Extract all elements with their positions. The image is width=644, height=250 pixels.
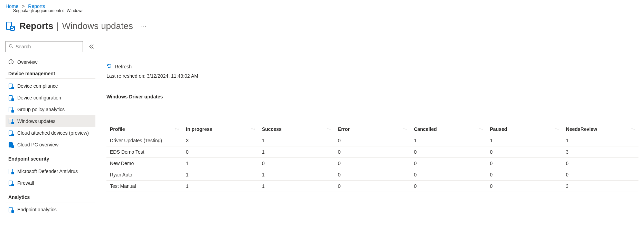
- table-cell-profile: EDS Demo Test: [106, 146, 183, 158]
- search-box[interactable]: [6, 41, 83, 52]
- table-cell-paused: 0: [486, 169, 562, 181]
- table-cell-success: 1: [259, 169, 335, 181]
- collapse-sidebar-button[interactable]: [88, 43, 95, 50]
- column-label: Success: [262, 126, 282, 132]
- table-cell-paused: 0: [486, 158, 562, 169]
- column-header-paused[interactable]: Paused↑↓: [486, 124, 562, 135]
- sort-icon: ↑↓: [327, 126, 331, 131]
- table-cell-cancelled: 1: [410, 135, 486, 146]
- sidebar-item-windows-updates[interactable]: Windows updates: [6, 115, 95, 127]
- sidebar-item-label: Group policy analytics: [17, 107, 65, 112]
- sort-icon: ↑↓: [555, 126, 559, 131]
- table-row[interactable]: Driver Updates (Testing)310111: [106, 135, 638, 146]
- table-cell-success: 1: [259, 135, 335, 146]
- sidebar-item-label: Microsoft Defender Antivirus: [17, 169, 78, 174]
- table-cell-in-progress: 1: [183, 169, 259, 181]
- sidebar-item-device-compliance[interactable]: Device compliance: [6, 80, 95, 92]
- sidebar-item-label: Device configuration: [17, 95, 61, 100]
- table-cell-error: 0: [335, 181, 411, 192]
- column-label: NeedsReview: [566, 126, 597, 132]
- sidebar-item-label: Cloud PC overview: [17, 142, 58, 147]
- table-cell-in-progress: 1: [183, 181, 259, 192]
- sort-icon: ↑↓: [175, 126, 179, 131]
- sidebar-item-label: Overview: [17, 59, 37, 65]
- sort-icon: ↑↓: [479, 126, 483, 131]
- sort-icon: ↑↓: [631, 126, 635, 131]
- table-cell-success: 0: [259, 158, 335, 169]
- table-row[interactable]: Test Manual110003: [106, 181, 638, 192]
- sidebar-item-overview[interactable]: Overview: [6, 56, 95, 68]
- sidebar-item-label: Firewall: [17, 180, 34, 186]
- table-cell-in-progress: 1: [183, 158, 259, 169]
- sidebar-section-device-management: Device management: [6, 68, 95, 79]
- device-icon: [8, 95, 14, 100]
- sidebar-section-endpoint-security: Endpoint security: [6, 151, 95, 164]
- sidebar-item-endpoint-analytics[interactable]: Endpoint analytics: [6, 204, 95, 215]
- table-cell-paused: 0: [486, 146, 562, 158]
- table-row[interactable]: EDS Demo Test010003: [106, 146, 638, 158]
- table-row[interactable]: New Demo100000: [106, 158, 638, 169]
- sort-icon: ↑↓: [251, 126, 255, 131]
- section-heading: Windows Driver updates: [106, 94, 638, 99]
- sidebar: Overview Device management Device compli…: [6, 41, 95, 215]
- table-cell-cancelled: 0: [410, 169, 486, 181]
- refresh-label: Refresh: [115, 64, 132, 69]
- last-refreshed-prefix: Last refreshed on:: [106, 73, 147, 79]
- device-icon: [8, 169, 14, 174]
- table-cell-needs-review: 3: [562, 181, 638, 192]
- column-header-needs-review[interactable]: NeedsReview↑↓: [562, 124, 638, 135]
- table-header-row: Profile↑↓ In progress↑↓ Success↑↓ Error↑…: [106, 124, 638, 135]
- sidebar-item-cloud-attached-devices[interactable]: Cloud attached devices (preview): [6, 127, 95, 139]
- table-row[interactable]: Ryan Auto110000: [106, 169, 638, 181]
- more-actions-button[interactable]: ⋯: [137, 21, 150, 31]
- sidebar-item-label: Device compliance: [17, 83, 58, 89]
- device-icon: [8, 118, 14, 124]
- table-cell-needs-review: 3: [562, 146, 638, 158]
- page-title-row: Reports | Windows updates ⋯: [6, 21, 638, 31]
- reports-device-icon: [6, 21, 15, 31]
- refresh-button[interactable]: Refresh: [106, 63, 638, 70]
- sidebar-item-firewall[interactable]: Firewall: [6, 177, 95, 189]
- column-header-in-progress[interactable]: In progress↑↓: [183, 124, 259, 135]
- driver-updates-table: Profile↑↓ In progress↑↓ Success↑↓ Error↑…: [106, 124, 638, 192]
- table-cell-profile: New Demo: [106, 158, 183, 169]
- breadcrumb-tooltip: Segnala gli aggiornamenti di Windows: [6, 8, 638, 13]
- table-cell-error: 0: [335, 158, 411, 169]
- last-refreshed-value: 3/12/2024, 11:43:02 AM: [147, 73, 198, 79]
- table-cell-in-progress: 0: [183, 146, 259, 158]
- table-cell-error: 0: [335, 135, 411, 146]
- last-refreshed-text: Last refreshed on: 3/12/2024, 11:43:02 A…: [106, 73, 638, 79]
- table-cell-paused: 1: [486, 135, 562, 146]
- info-icon: [8, 59, 14, 66]
- sidebar-item-defender-antivirus[interactable]: Microsoft Defender Antivirus: [6, 165, 95, 177]
- table-cell-needs-review: 0: [562, 158, 638, 169]
- sidebar-item-cloud-pc-overview[interactable]: Cloud PC overview: [6, 139, 95, 151]
- column-header-success[interactable]: Success↑↓: [259, 124, 335, 135]
- search-input[interactable]: [16, 44, 80, 49]
- column-header-error[interactable]: Error↑↓: [335, 124, 411, 135]
- table-cell-cancelled: 0: [410, 158, 486, 169]
- device-icon: [8, 180, 14, 186]
- device-icon: [8, 83, 14, 89]
- table-cell-in-progress: 3: [183, 135, 259, 146]
- column-label: Profile: [110, 126, 125, 132]
- column-header-cancelled[interactable]: Cancelled↑↓: [410, 124, 486, 135]
- table-cell-cancelled: 0: [410, 181, 486, 192]
- column-label: In progress: [186, 126, 212, 132]
- column-label: Cancelled: [414, 126, 437, 132]
- main-pane: Refresh Last refreshed on: 3/12/2024, 11…: [106, 41, 638, 215]
- page-title-main: Reports: [19, 21, 53, 31]
- page-title: Reports | Windows updates: [19, 21, 133, 31]
- column-label: Paused: [490, 126, 507, 132]
- table-cell-paused: 0: [486, 181, 562, 192]
- device-icon: [8, 207, 14, 212]
- column-header-profile[interactable]: Profile↑↓: [106, 124, 183, 135]
- svg-rect-6: [11, 61, 11, 63]
- device-icon: [8, 107, 14, 112]
- column-label: Error: [338, 126, 350, 132]
- sidebar-item-device-configuration[interactable]: Device configuration: [6, 92, 95, 104]
- table-cell-error: 0: [335, 169, 411, 181]
- table-cell-profile: Driver Updates (Testing): [106, 135, 183, 146]
- sidebar-item-group-policy-analytics[interactable]: Group policy analytics: [6, 104, 95, 115]
- refresh-icon: [106, 63, 112, 70]
